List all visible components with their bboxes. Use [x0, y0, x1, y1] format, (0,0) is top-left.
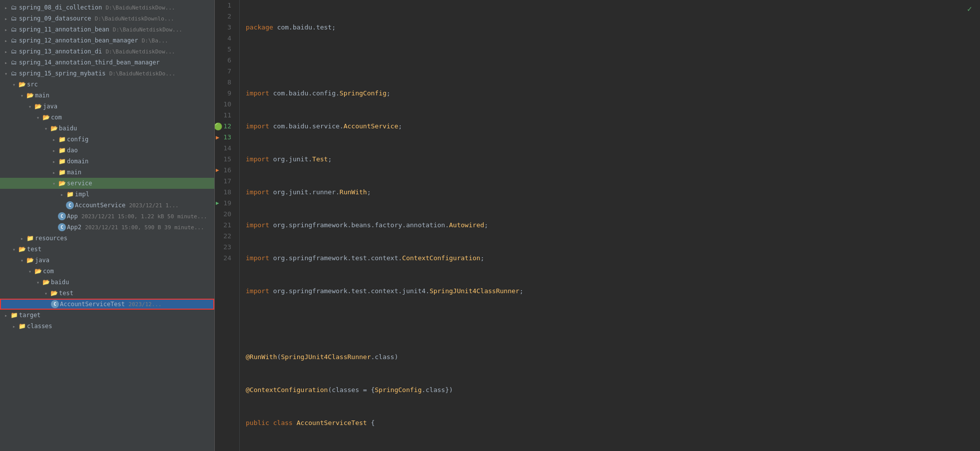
resources-label: resources	[35, 235, 67, 242]
code-line-6: import org.junit.runner.RunWith;	[246, 187, 980, 198]
code-line-8: import org.springframework.test.context.…	[246, 253, 980, 264]
app2-label: App2 2023/12/21 15:00, 590 B 39 minute..…	[67, 224, 204, 231]
module-icon-14: 🗂	[10, 58, 18, 66]
tree-item-app2[interactable]: App2 2023/12/21 15:00, 590 B 39 minute..…	[0, 222, 214, 233]
line-numbers: 1 2 3 4 5 6 7 8 9 10 11 🟢 12 ▶ 1	[215, 0, 240, 451]
tree-item-main2[interactable]: main	[0, 167, 214, 178]
checkmark-icon: ✓	[967, 4, 972, 13]
tree-item-src[interactable]: src	[0, 79, 214, 90]
arrow-accountservicetest	[43, 300, 51, 308]
code-line-11: @RunWith(SpringJUnit4ClassRunner.class)	[246, 352, 980, 363]
folder-icon-src	[18, 80, 26, 88]
arrow-src	[10, 80, 18, 88]
tree-item-spring13[interactable]: 🗂 spring_13_annotation_di D:\BaiduNetdis…	[0, 46, 214, 57]
arrow-testtest	[42, 289, 50, 297]
tree-item-main[interactable]: main	[0, 90, 214, 101]
tree-item-spring14[interactable]: 🗂 spring_14_annotation_third_bean_manage…	[0, 57, 214, 68]
folder-icon-resources	[26, 234, 34, 242]
tree-item-testjava[interactable]: java	[0, 255, 214, 266]
class-icon-app	[58, 212, 66, 220]
arrow-com	[34, 113, 42, 121]
com-label: com	[51, 114, 62, 121]
folder-icon-domain	[58, 157, 66, 165]
tree-item-testtest[interactable]: test	[0, 288, 214, 299]
tree-item-java[interactable]: java	[0, 101, 214, 112]
folder-icon-testbaidu	[42, 278, 50, 286]
impl-label: impl	[75, 191, 89, 198]
module-icon-09: 🗂	[10, 14, 18, 22]
spring12-label: spring_12_annotation_bean_manager D:\Ba.…	[19, 37, 168, 44]
code-line-12: @ContextConfiguration(classes = {SpringC…	[246, 385, 980, 396]
tree-item-spring09[interactable]: 🗂 spring_09_datasource D:\BaiduNetdiskDo…	[0, 13, 214, 24]
arrow-spring14	[2, 58, 10, 66]
code-line-3: import com.baidu.config.SpringConfig;	[246, 88, 980, 99]
arrow-main2	[50, 168, 58, 176]
tree-item-resources[interactable]: resources	[0, 233, 214, 244]
spring14-label: spring_14_annotation_third_bean_manager	[19, 59, 160, 66]
code-line-1: package com.baidu.test;	[246, 22, 980, 33]
domain-label: domain	[67, 158, 88, 165]
tree-item-spring08[interactable]: 🗂 spring_08_di_collection D:\BaiduNetdis…	[0, 2, 214, 13]
tree-item-testcom[interactable]: com	[0, 266, 214, 277]
arrow-accountservice	[58, 201, 66, 209]
folder-icon-target	[10, 311, 18, 319]
class-icon-accountservice	[66, 201, 74, 209]
tree-item-service[interactable]: service	[0, 178, 214, 189]
arrow-app	[50, 212, 58, 220]
module-icon-12: 🗂	[10, 36, 18, 44]
config-label: config	[67, 136, 88, 143]
spring08-label: spring_08_di_collection D:\BaiduNetdiskD…	[19, 4, 175, 11]
arrow-spring12	[2, 36, 10, 44]
folder-icon-testtest	[50, 289, 58, 297]
accountservice-label: AccountService 2023/12/21 1...	[75, 202, 179, 209]
spring11-label: spring_11_annotation_bean D:\BaiduNetdis…	[19, 26, 182, 33]
arrow-test	[10, 245, 18, 253]
arrow-testbaidu	[34, 278, 42, 286]
target-label: target	[19, 312, 40, 319]
code-line-13: public class AccountServiceTest {	[246, 418, 980, 429]
dao-label: dao	[67, 147, 78, 154]
tree-item-accountservicetest[interactable]: AccountServiceTest 2023/12...	[0, 299, 214, 310]
arrow-spring15	[2, 69, 10, 77]
module-icon-15: 🗂	[10, 69, 18, 77]
arrow-app2	[50, 223, 58, 231]
code-line-9: import org.springframework.test.context.…	[246, 286, 980, 297]
tree-item-spring11[interactable]: 🗂 spring_11_annotation_bean D:\BaiduNetd…	[0, 24, 214, 35]
tree-item-testbaidu[interactable]: baidu	[0, 277, 214, 288]
tree-item-domain[interactable]: domain	[0, 156, 214, 167]
testjava-label: java	[35, 257, 49, 264]
arrow-config	[50, 135, 58, 143]
arrow-classes	[10, 322, 18, 330]
arrow-spring08	[2, 3, 10, 11]
tree-item-dao[interactable]: dao	[0, 145, 214, 156]
folder-icon-service	[58, 179, 66, 187]
code-line-7: import org.springframework.beans.factory…	[246, 220, 980, 231]
folder-icon-impl	[66, 190, 74, 198]
tree-item-target[interactable]: target	[0, 310, 214, 321]
testcom-label: com	[43, 268, 54, 275]
tree-item-classes[interactable]: classes	[0, 321, 214, 332]
folder-icon-java	[34, 102, 42, 110]
code-editor[interactable]: ✓ 1 2 3 4 5 6 7 8 9 10 11 🟢 12	[215, 0, 980, 451]
folder-icon-test	[18, 245, 26, 253]
tree-item-app[interactable]: App 2023/12/21 15:00, 1.22 kB 50 minute.…	[0, 211, 214, 222]
tree-item-baidu[interactable]: baidu	[0, 123, 214, 134]
tree-item-com[interactable]: com	[0, 112, 214, 123]
folder-icon-testjava	[26, 256, 34, 264]
code-content[interactable]: package com.baidu.test; import com.baidu…	[240, 0, 980, 451]
arrow-domain	[50, 157, 58, 165]
tree-item-spring12[interactable]: 🗂 spring_12_annotation_bean_manager D:\B…	[0, 35, 214, 46]
tree-item-impl[interactable]: impl	[0, 189, 214, 200]
tree-item-accountservice[interactable]: AccountService 2023/12/21 1...	[0, 200, 214, 211]
service-label: service	[67, 180, 92, 187]
folder-icon-dao	[58, 146, 66, 154]
arrow-target	[2, 311, 10, 319]
code-line-4: import com.baidu.service.AccountService;	[246, 121, 980, 132]
tree-item-test[interactable]: test	[0, 244, 214, 255]
file-tree[interactable]: 🗂 spring_08_di_collection D:\BaiduNetdis…	[0, 0, 215, 451]
tree-item-config[interactable]: config	[0, 134, 214, 145]
arrow-main	[18, 91, 26, 99]
tree-item-spring15[interactable]: 🗂 spring_15_spring_mybatis D:\BaiduNetdi…	[0, 68, 214, 79]
arrow-testjava	[18, 256, 26, 264]
java-label: java	[43, 103, 57, 110]
